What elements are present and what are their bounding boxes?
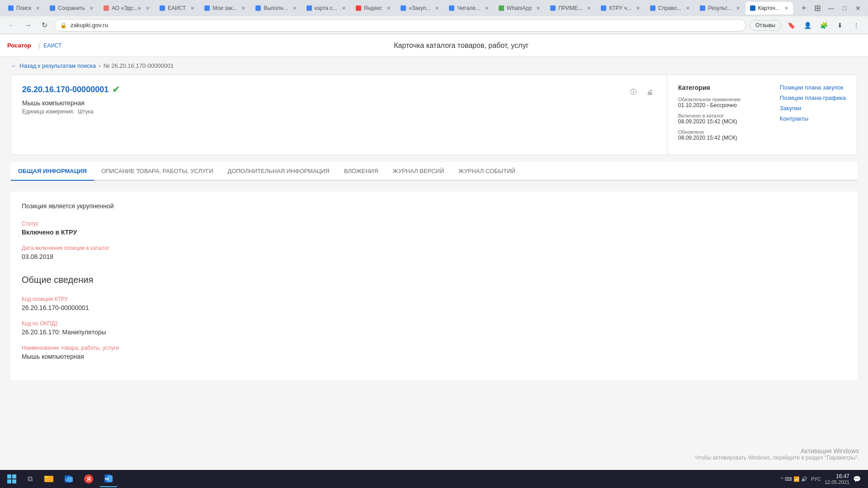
browser-tab-11[interactable]: ПРИМЕ...✕ [546, 2, 595, 14]
info-icon-button[interactable]: ⓘ [627, 86, 640, 99]
updated-value: 08.09.2020 15:42 (МСК) [678, 135, 769, 141]
activation-notice: Активация Windows Чтобы активировать Win… [695, 447, 859, 461]
okpd2-code-group: Код по ОКПД2 26.20.16.170: Манипуляторы [22, 320, 846, 336]
extensions-icon-button[interactable]: 🧩 [817, 19, 830, 32]
okpd2-code-label: Код по ОКПД2 [22, 320, 846, 327]
status-group: Статус Включено в КТРУ [22, 221, 846, 236]
close-button[interactable]: ✕ [852, 2, 864, 14]
ktru-code-value: 26.20.16.170-00000001 [22, 304, 846, 311]
breadcrumb-separator: › [99, 62, 100, 69]
tab-close-6[interactable]: ✕ [342, 5, 346, 11]
browser-tab-6[interactable]: карта с...✕ [302, 2, 350, 14]
browser-tab-5[interactable]: Выполн...✕ [251, 2, 301, 14]
included-value: 08.09.2020 15:42 (МСК) [678, 118, 769, 125]
taskbar-date: 12.05.2021 [825, 479, 849, 485]
unit-label: Единица измерения: [22, 108, 75, 115]
browser-tab-8[interactable]: «Закуп...✕ [396, 2, 443, 14]
browser-tab-3[interactable]: ЕАИСТ✕ [155, 2, 199, 14]
mandatory-label: Обязательное применение [678, 97, 769, 102]
browser-tab-2[interactable]: АО «Эдс...»✕ [99, 2, 154, 14]
verified-icon: ✔ [112, 84, 120, 95]
card-link-1[interactable]: Позиции плана-графика [780, 94, 846, 101]
reload-button[interactable]: ↻ [38, 19, 51, 32]
tab-close-13[interactable]: ✕ [686, 5, 690, 11]
tab-close-7[interactable]: ✕ [387, 5, 391, 11]
product-name-label: Наименование товара, работы, услуги [22, 345, 846, 351]
card-link-0[interactable]: Позиции плана закупок [780, 84, 846, 91]
card-link-3[interactable]: Контракты [780, 115, 846, 122]
tab-close-12[interactable]: ✕ [636, 5, 640, 11]
address-box[interactable]: 🔒 zakupki.gov.ru [54, 19, 746, 32]
status-value: Включено в КТРУ [22, 229, 846, 236]
card-link-2[interactable]: Закупки [780, 105, 846, 112]
minimize-button[interactable]: — [825, 2, 837, 14]
tab-close-0[interactable]: ✕ [36, 5, 40, 11]
tab-close-2[interactable]: ✕ [146, 5, 150, 11]
tab-close-5[interactable]: ✕ [292, 5, 297, 11]
inclusion-date-group: Дата включения позиции в каталог 03.08.2… [22, 245, 846, 260]
tab-close-8[interactable]: ✕ [435, 5, 439, 11]
content-area: Позиция является укрупненной Статус Вклю… [11, 192, 857, 380]
card-code-text[interactable]: 26.20.16.170-00000001 [22, 85, 108, 94]
taskbar-word[interactable]: W [99, 471, 118, 487]
tab-close-15[interactable]: ✕ [784, 5, 788, 11]
back-to-results-link[interactable]: Назад к результатам поиска [19, 62, 96, 69]
tab-close-11[interactable]: ✕ [587, 5, 591, 11]
menu-button[interactable]: ⋮ [850, 19, 863, 32]
ktru-code-label: Код позиции КТРУ [22, 296, 846, 302]
activation-desc: Чтобы активировать Windows, перейдите в … [695, 455, 859, 461]
main-tab-4[interactable]: ЖУРНАЛ ВЕРСИЙ [386, 162, 452, 181]
main-tab-3[interactable]: ВЛОЖЕНИЯ [337, 162, 386, 181]
taskbar-tray: ^ ⌨ 📶 🔊 РУС 16:47 12.05.2021 💬 [778, 473, 864, 485]
card-left: 26.20.16.170-00000001 ✔ Мышь компьютерна… [11, 75, 667, 155]
notification-icon[interactable]: 💬 [853, 475, 861, 483]
tab-close-14[interactable]: ✕ [736, 5, 740, 11]
card-icons: ⓘ 🖨 [627, 84, 656, 99]
card-code: 26.20.16.170-00000001 ✔ [22, 84, 627, 95]
browser-tab-10[interactable]: WhatsApp✕ [494, 2, 545, 14]
feedback-button[interactable]: Отзывы [750, 20, 781, 31]
mandatory-value: 01.10.2020 - Бессрочно [678, 102, 769, 108]
tab-close-1[interactable]: ✕ [90, 5, 94, 11]
browser-tab-7[interactable]: Яндекс✕ [351, 2, 395, 14]
bookmark-button[interactable]: 🔖 [785, 19, 797, 32]
breadcrumb: ← Назад к результатам поиска › № 26.20.1… [0, 57, 868, 75]
card-unit: Единица измерения: Штука [22, 108, 627, 115]
tab-close-9[interactable]: ✕ [485, 5, 489, 11]
main-tab-5[interactable]: ЖУРНАЛ СОБЫТИЙ [451, 162, 523, 181]
taskbar-explorer[interactable] [40, 471, 58, 487]
back-button[interactable]: ← [5, 19, 18, 32]
main-card: 26.20.16.170-00000001 ✔ Мышь компьютерна… [11, 75, 857, 155]
forward-button[interactable]: → [22, 19, 34, 32]
start-button[interactable] [4, 471, 20, 487]
browser-tab-9[interactable]: Читале...✕ [444, 2, 493, 14]
main-tab-0[interactable]: ОБЩАЯ ИНФОРМАЦИЯ [11, 162, 94, 181]
browser-tab-14[interactable]: Результ...✕ [695, 2, 744, 14]
browser-tab-0[interactable]: Поиск✕ [4, 2, 44, 14]
main-tab-1[interactable]: ОПИСАНИЕ ТОВАРА, РАБОТЫ, УСЛУГИ [94, 162, 221, 181]
profile-button[interactable]: 👤 [801, 19, 814, 32]
tab-close-3[interactable]: ✕ [190, 5, 194, 11]
eaist-header-link[interactable]: ЕАИСТ [43, 42, 61, 49]
main-tab-2[interactable]: ДОПОЛНИТЕЛЬНАЯ ИНФОРМАЦИЯ [221, 162, 337, 181]
svg-text:W: W [105, 477, 109, 481]
page-title: Карточка каталога товаров, работ, услуг [61, 42, 861, 50]
new-tab-button[interactable]: + [797, 2, 810, 14]
card-name: Мышь компьютерная [22, 99, 627, 107]
extensions-button[interactable]: ⊞ [811, 2, 824, 14]
browser-tab-4[interactable]: Мои зак...✕ [200, 2, 250, 14]
browser-tab-13[interactable]: Справо...✕ [646, 2, 694, 14]
tab-close-10[interactable]: ✕ [536, 5, 540, 11]
taskbar-clock: 16:47 12.05.2021 [825, 473, 849, 485]
browser-tab-12[interactable]: КТРУ ч...✕ [596, 2, 644, 14]
taskbar-outlook[interactable]: O [60, 471, 78, 487]
maximize-button[interactable]: □ [838, 2, 851, 14]
print-icon-button[interactable]: 🖨 [643, 86, 656, 99]
task-view-button[interactable]: ⧉ [22, 471, 38, 487]
taskbar-yandex[interactable]: Я [80, 471, 98, 487]
tab-close-4[interactable]: ✕ [241, 5, 245, 11]
browser-tab-15[interactable]: Карточ...✕ [745, 2, 793, 14]
browser-tab-1[interactable]: Сохранить✕ [45, 2, 98, 14]
lock-icon: 🔒 [60, 22, 67, 28]
downloads-button[interactable]: ⬇ [834, 19, 846, 32]
